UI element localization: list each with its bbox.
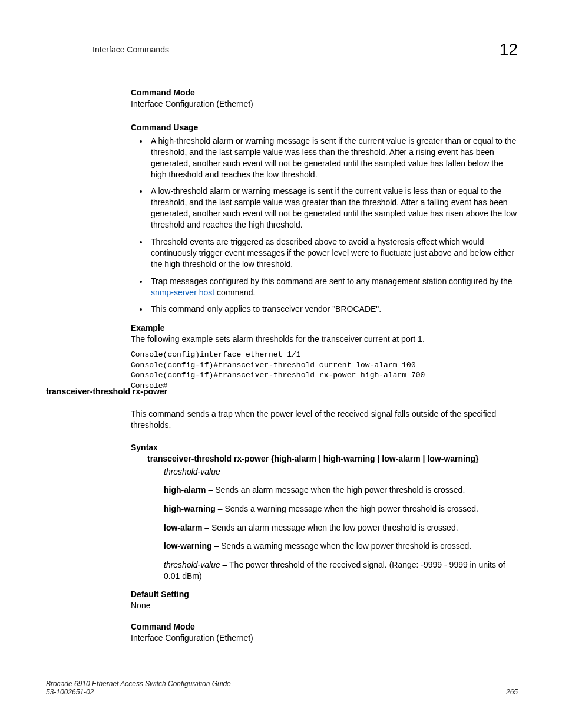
command-usage-heading: Command Usage: [131, 123, 520, 132]
param-key: threshold-value: [164, 560, 220, 569]
syntax-options: {high-alarm | high-warning | low-alarm |…: [269, 454, 478, 463]
param-key: high-alarm: [164, 485, 206, 495]
param-list: high-alarm – Sends an alarm message when…: [164, 485, 520, 582]
command-mode-body-2: Interface Configuration (Ethernet): [131, 633, 520, 644]
param-item: low-warning – Sends a warning message wh…: [164, 541, 520, 552]
syntax-block: transceiver-threshold rx-power {high-ala…: [147, 453, 520, 477]
usage-bullet: Trap messages configured by this command…: [148, 276, 520, 298]
command-mode-heading-2: Command Mode: [131, 622, 520, 631]
footer-page-number: 265: [506, 688, 518, 696]
margin-command-name: transceiver-threshold rx-power: [46, 387, 167, 396]
example-heading: Example: [131, 323, 520, 332]
footer-doc-number: 53-1002651-02: [46, 688, 231, 696]
default-setting-body: None: [131, 600, 520, 611]
param-key: low-alarm: [164, 523, 202, 532]
usage-text: Trap messages configured by this command…: [151, 276, 512, 286]
param-key: high-warning: [164, 504, 216, 513]
header-title: Interface Commands: [92, 45, 169, 54]
param-item: low-alarm – Sends an alarm message when …: [164, 522, 520, 534]
footer-left: Brocade 6910 Ethernet Access Switch Conf…: [46, 680, 231, 696]
usage-text: command.: [214, 288, 255, 297]
chapter-number: 12: [500, 40, 518, 59]
example-body: The following example sets alarm thresho…: [131, 334, 520, 345]
param-item: threshold-value – The power threshold of…: [164, 559, 520, 582]
param-desc: – Sends a warning message when the high …: [216, 504, 478, 513]
syntax-line: transceiver-threshold rx-power {high-ala…: [147, 453, 520, 465]
param-desc: – Sends an alarm message when the high p…: [206, 485, 465, 495]
param-desc: – Sends an alarm message when the low po…: [202, 523, 458, 532]
command-mode-body: Interface Configuration (Ethernet): [131, 98, 520, 110]
main-content: Command Mode Interface Configuration (Et…: [131, 80, 520, 650]
param-key: low-warning: [164, 541, 212, 551]
param-item: high-warning – Sends a warning message w…: [164, 503, 520, 515]
usage-bullet: A high-threshold alarm or warning messag…: [148, 136, 520, 180]
snmp-server-host-link[interactable]: snmp-server host: [151, 288, 214, 297]
param-item: high-alarm – Sends an alarm message when…: [164, 485, 520, 496]
param-desc: – Sends a warning message when the low p…: [212, 541, 471, 551]
usage-bullet: A low-threshold alarm or warning message…: [148, 186, 520, 230]
default-setting-heading: Default Setting: [131, 589, 520, 599]
page-footer: Brocade 6910 Ethernet Access Switch Conf…: [46, 680, 518, 696]
syntax-heading: Syntax: [131, 443, 520, 452]
page-header: Interface Commands 12: [92, 40, 518, 59]
example-code: Console(config)interface ethernet 1/1 Co…: [131, 350, 520, 391]
footer-guide-title: Brocade 6910 Ethernet Access Switch Conf…: [46, 680, 231, 688]
syntax-arg: threshold-value: [164, 466, 520, 478]
syntax-cmd: transceiver-threshold rx-power: [147, 454, 269, 463]
usage-bullet: Threshold events are triggered as descri…: [148, 236, 520, 270]
usage-bullet: This command only applies to transceiver…: [148, 304, 520, 315]
page: Interface Commands 12 Command Mode Inter…: [0, 0, 562, 728]
rx-power-intro: This command sends a trap when the power…: [131, 409, 520, 431]
usage-bullet-list: A high-threshold alarm or warning messag…: [131, 136, 520, 315]
command-mode-heading: Command Mode: [131, 88, 520, 97]
